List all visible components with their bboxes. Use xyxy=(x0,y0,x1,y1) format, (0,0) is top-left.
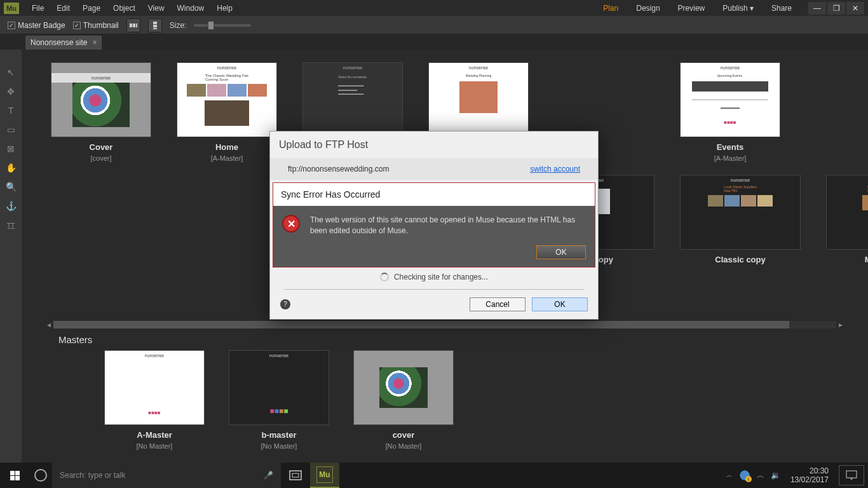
text-tool[interactable]: T xyxy=(4,104,17,117)
master-name: A-Master xyxy=(137,430,172,440)
menu-file[interactable]: File xyxy=(25,4,50,13)
switch-account-link[interactable]: switch account xyxy=(530,165,580,173)
microphone-icon[interactable]: 🎤 xyxy=(264,471,273,480)
scroll-left-icon[interactable]: ◂ xyxy=(47,320,53,329)
dialog-host-row: ftp://nononsensewedding.com switch accou… xyxy=(270,158,598,180)
page-master: [cover] xyxy=(90,154,111,162)
tray-status-icon[interactable]: ! xyxy=(739,470,750,481)
help-icon[interactable]: ? xyxy=(280,299,290,309)
tool-column: ↖ ✥ T ▭ ⊠ ✋ 🔍 ⚓ T̲T̲ xyxy=(0,50,22,463)
volume-icon[interactable]: 🔉 xyxy=(771,471,780,480)
spinner-icon xyxy=(380,273,389,281)
master-thumbnail xyxy=(353,350,454,425)
master-cover[interactable]: cover [No Master] xyxy=(353,350,454,450)
master-a[interactable]: nonsense■■■■ A-Master [No Master] xyxy=(104,350,205,450)
cortana-icon[interactable] xyxy=(34,469,47,482)
checking-status: Checking site for changes... xyxy=(270,270,598,289)
menu-window[interactable]: Window xyxy=(171,4,211,13)
ftp-host-label: ftp://nononsensewedding.com xyxy=(288,165,389,173)
page-mysterious[interactable]: nonsenseLocal Mysterious SuppliersDate T… xyxy=(826,175,868,264)
minimize-button[interactable]: — xyxy=(808,2,826,15)
size-slider[interactable] xyxy=(194,24,251,27)
rectangle-tool[interactable]: ▭ xyxy=(4,123,17,136)
master-thumbnail: nonsense■■■■ xyxy=(104,350,205,425)
maximize-button[interactable]: ❐ xyxy=(827,2,845,15)
vertical-layout-button[interactable] xyxy=(148,18,162,32)
scroll-thumb[interactable] xyxy=(53,321,789,329)
master-name: cover xyxy=(393,430,415,440)
mode-preview[interactable]: Preview xyxy=(669,4,714,13)
selection-tool[interactable]: ↖ xyxy=(4,66,17,79)
page-events[interactable]: nonsenseUpcoming Events.▬▬▬▬▬▬■■■■ Event… xyxy=(680,62,780,162)
mode-plan[interactable]: Plan xyxy=(594,4,627,13)
windows-taskbar: Search: type or talk 🎤 Mu ︿ ! ︿ 🔉 20:30 … xyxy=(0,463,868,488)
hand-tool[interactable]: ✋ xyxy=(4,161,17,174)
scroll-right-icon[interactable]: ▸ xyxy=(836,320,843,329)
taskbar-app-muse[interactable]: Mu xyxy=(310,463,339,488)
error-message: The web version of this site cannot be o… xyxy=(310,215,586,236)
tray-overflow-icon[interactable]: ︿ xyxy=(726,471,733,480)
page-home[interactable]: nonsenseThe Classic Wedding FairComing S… xyxy=(177,62,277,162)
page-master: [A-Master] xyxy=(211,154,243,162)
size-label: Size: xyxy=(170,21,187,30)
mode-publish[interactable]: Publish ▾ xyxy=(714,4,763,13)
horizontal-layout-button[interactable] xyxy=(126,18,140,32)
error-panel: Sync Error Has Occurred ✕ The web versio… xyxy=(273,182,595,268)
page-classic-copy[interactable]: nonsenseLocal Classic SuppliersDate TBC … xyxy=(680,175,801,264)
master-parent: [No Master] xyxy=(386,442,422,450)
menu-page[interactable]: Page xyxy=(76,4,107,13)
mode-design[interactable]: Design xyxy=(627,4,668,13)
thumbnail-checkbox[interactable]: ✓ Thumbnail xyxy=(73,21,119,30)
page-cover[interactable]: nonsense Cover [cover] xyxy=(51,62,151,162)
start-button[interactable] xyxy=(0,463,29,488)
ok-button[interactable]: OK xyxy=(532,297,588,311)
error-title: Sync Error Has Occurred xyxy=(273,183,595,206)
anchor-tool[interactable]: ⚓ xyxy=(4,200,17,212)
masters-row: nonsense■■■■ A-Master [No Master] nonsen… xyxy=(22,350,868,463)
page-name: Mysterious xyxy=(865,255,868,264)
taskbar-search[interactable]: Search: type or talk 🎤 xyxy=(52,463,281,488)
document-tab[interactable]: Nononsense site × xyxy=(25,36,102,50)
page-thumbnail: nonsenseLocal Mysterious SuppliersDate T… xyxy=(826,175,868,250)
error-buttons: OK xyxy=(273,245,595,267)
error-ok-button[interactable]: OK xyxy=(536,245,586,259)
notifications-button[interactable] xyxy=(839,465,864,485)
master-badge-checkbox[interactable]: ✓ Master Badge xyxy=(8,21,65,30)
close-button[interactable]: ✕ xyxy=(846,2,864,15)
mode-share[interactable]: Share xyxy=(763,4,801,13)
text-box-tool[interactable]: T̲T̲ xyxy=(4,219,17,231)
page-thumbnail: nonsenseUpcoming Events.▬▬▬▬▬▬■■■■ xyxy=(680,62,780,137)
error-icon: ✕ xyxy=(282,215,300,233)
clock-time: 20:30 xyxy=(790,466,829,475)
menu-object[interactable]: Object xyxy=(107,4,142,13)
svg-rect-6 xyxy=(290,471,301,480)
layout-h-icon xyxy=(129,21,138,30)
taskbar-clock[interactable]: 20:30 13/02/2017 xyxy=(787,466,832,485)
close-tab-icon[interactable]: × xyxy=(92,38,97,47)
chevron-down-icon: ▾ xyxy=(750,4,754,13)
page-thumbnail: nonsenseLocal Classic SuppliersDate TBC xyxy=(680,175,801,250)
page-name: Events xyxy=(717,142,744,152)
zoom-tool[interactable]: 🔍 xyxy=(4,180,17,193)
svg-rect-3 xyxy=(153,22,157,24)
master-b[interactable]: nonsense■■■■ b-master [No Master] xyxy=(229,350,329,450)
cancel-button[interactable]: Cancel xyxy=(470,297,526,311)
dialog-footer: ? Cancel OK xyxy=(270,290,598,319)
svg-rect-7 xyxy=(292,473,299,477)
task-view-button[interactable] xyxy=(281,463,310,488)
page-thumbnail: nonsenseAbout No nonsense.▬▬▬▬▬▬▬▬▬▬▬▬▬▬… xyxy=(302,62,403,137)
tray-chevron-icon[interactable]: ︿ xyxy=(757,470,764,481)
page-thumbnail: nonsenseThe Classic Wedding FairComing S… xyxy=(177,62,277,137)
slider-thumb[interactable] xyxy=(208,21,214,30)
crop-tool[interactable]: ✥ xyxy=(4,85,17,98)
checkmark-icon: ✓ xyxy=(73,22,81,29)
checking-label: Checking site for changes... xyxy=(394,273,488,281)
thumbnail-label: Thumbnail xyxy=(83,21,119,30)
scroll-track[interactable] xyxy=(53,321,836,329)
menu-view[interactable]: View xyxy=(142,4,171,13)
menu-edit[interactable]: Edit xyxy=(50,4,76,13)
menu-help[interactable]: Help xyxy=(210,4,239,13)
page-name: Classic copy xyxy=(715,255,766,264)
horizontal-scrollbar[interactable]: ◂ ▸ xyxy=(22,320,868,329)
frame-tool[interactable]: ⊠ xyxy=(4,142,17,155)
